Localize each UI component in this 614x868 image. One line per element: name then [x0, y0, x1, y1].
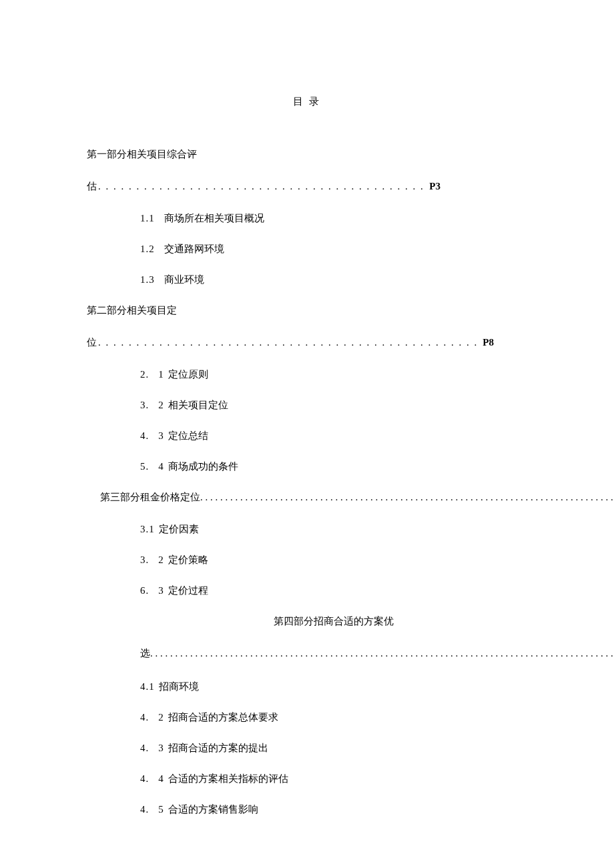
- toc-item: 4.5合适的方案销售影响: [87, 801, 527, 817]
- part3-label: 第三部分租金价格定位: [100, 489, 200, 505]
- item-text: 合适的方案销售影响: [168, 804, 258, 815]
- toc-item: 1.3商业环境: [87, 272, 527, 288]
- item-text: 商业环境: [164, 274, 204, 285]
- item-text: 定价因素: [159, 524, 199, 534]
- item-number: 4.: [140, 430, 149, 441]
- item-text: 商场所在相关项目概况: [164, 213, 264, 224]
- item-sub: 4: [158, 773, 164, 784]
- part1-tail-char: 估: [87, 178, 97, 194]
- item-sub: 1: [158, 369, 164, 380]
- item-number: 4.: [140, 743, 149, 753]
- toc-item: 4.4合适的方案相关指标的评估: [87, 771, 527, 787]
- toc-item: 4.1招商环境: [87, 679, 527, 695]
- leader-dots: . . . . . . . . . . . . . . . . . . . . …: [98, 334, 481, 350]
- toc-item: 1.2交通路网环境: [87, 241, 527, 257]
- item-text: 定价过程: [168, 585, 208, 596]
- item-number: 3.1: [140, 524, 155, 534]
- toc-item: 4.3招商合适的方案的提出: [87, 740, 527, 756]
- toc-item: 1.1商场所在相关项目概况: [87, 210, 527, 226]
- item-text: 商场成功的条件: [168, 461, 238, 472]
- part4-label: 第四部分招商合适的方案优: [87, 613, 527, 629]
- item-text: 定价策略: [168, 554, 208, 565]
- item-sub: 4: [158, 461, 164, 472]
- item-number: 1.1: [140, 213, 155, 224]
- item-text: 定位总结: [168, 430, 208, 441]
- item-number: 4.: [140, 804, 149, 815]
- item-text: 招商环境: [159, 681, 199, 692]
- toc-item: 3.1定价因素: [87, 521, 527, 537]
- item-text: 合适的方案相关指标的评估: [168, 773, 288, 784]
- item-number: 4.: [140, 773, 149, 784]
- item-sub: 3: [158, 430, 164, 441]
- part3-leader-row: 第三部分租金价格定位 . . . . . . . . . . . . . . .…: [87, 489, 527, 505]
- toc-item: 4.2招商合适的方案总体要求: [87, 709, 527, 725]
- item-number: 1.2: [140, 244, 155, 254]
- item-number: 3.: [140, 400, 149, 410]
- leader-dots: . . . . . . . . . . . . . . . . . . . . …: [200, 489, 614, 505]
- part4-leader-row: 选 . . . . . . . . . . . . . . . . . . . …: [87, 645, 527, 661]
- item-number: 4.: [140, 712, 149, 723]
- item-sub: 3: [158, 743, 164, 753]
- item-text: 定位原则: [168, 369, 208, 380]
- item-number: 4.1: [140, 681, 155, 692]
- part1-page: P3: [429, 178, 440, 194]
- leader-dots: . . . . . . . . . . . . . . . . . . . . …: [150, 645, 614, 661]
- toc-item: 3.2相关项目定位: [87, 397, 527, 413]
- item-sub: 2: [158, 400, 164, 410]
- part2-leader-row: 位 . . . . . . . . . . . . . . . . . . . …: [87, 334, 527, 350]
- item-text: 招商合适的方案总体要求: [168, 712, 278, 723]
- item-text: 交通路网环境: [164, 244, 224, 254]
- item-number: 2.: [140, 369, 149, 380]
- part2-label: 第二部分相关项目定: [87, 302, 527, 318]
- toc-item: 5.4商场成功的条件: [87, 458, 527, 474]
- part2-tail-char: 位: [87, 334, 97, 350]
- toc-item: 6.3定价过程: [87, 582, 527, 598]
- toc-page: 目 录 第一部分相关项目综合评 估 . . . . . . . . . . . …: [0, 0, 614, 868]
- item-number: 6.: [140, 585, 149, 596]
- toc-item: 2.1定位原则: [87, 366, 527, 382]
- leader-dots: . . . . . . . . . . . . . . . . . . . . …: [98, 178, 428, 194]
- toc-title: 目 录: [87, 93, 527, 109]
- item-text: 招商合适的方案的提出: [168, 743, 268, 753]
- part2-page: P8: [483, 334, 494, 350]
- part1-label: 第一部分相关项目综合评: [87, 146, 527, 162]
- item-sub: 3: [158, 585, 164, 596]
- part1-leader-row: 估 . . . . . . . . . . . . . . . . . . . …: [87, 178, 527, 194]
- item-text: 相关项目定位: [168, 400, 228, 410]
- item-number: 3.: [140, 554, 149, 565]
- part4-tail-char: 选: [140, 645, 150, 661]
- item-number: 1.3: [140, 274, 155, 285]
- item-sub: 5: [158, 804, 164, 815]
- item-number: 5.: [140, 461, 149, 472]
- toc-item: 4.3定位总结: [87, 428, 527, 444]
- item-sub: 2: [158, 554, 164, 565]
- toc-item: 3.2定价策略: [87, 552, 527, 568]
- item-sub: 2: [158, 712, 164, 723]
